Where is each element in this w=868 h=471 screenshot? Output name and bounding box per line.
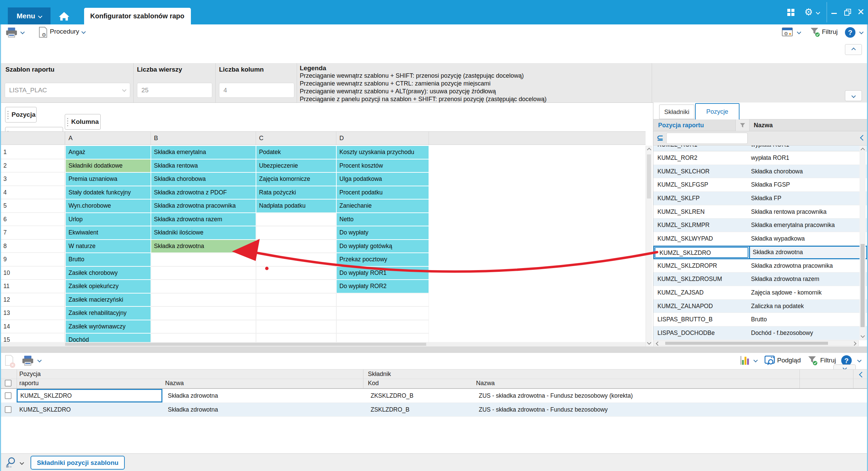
col-header-a[interactable]: A [65,132,151,145]
cell-raportu[interactable]: KUMZL_SKLZDRO [17,389,162,402]
close-button[interactable]: ✕ [857,7,865,17]
scroll-right-icon[interactable] [852,341,856,346]
col-header-b[interactable]: B [151,132,256,145]
grid-cell[interactable]: Ekwiwalent [65,226,151,240]
grid-row-header[interactable]: 10 [0,266,65,280]
grid-cell[interactable] [256,320,336,334]
splitter[interactable] [0,346,868,353]
positions-horizontal-scrollbar[interactable] [654,340,859,346]
grid-cell[interactable]: Składka chorobowa [151,172,256,186]
minimize-button[interactable] [831,13,837,14]
column-filter-button[interactable] [735,119,750,131]
grid-cell[interactable] [256,280,336,293]
grid-cell[interactable] [256,213,336,226]
filter-operator[interactable]: ⊆ [657,133,663,143]
cell-raportu[interactable]: KUMZL_SKLZDRO [17,403,162,416]
col-header-c[interactable]: C [256,132,336,145]
cell-comp-nazwa[interactable]: ZUS - składka zdrowotna - Fundusz bezoso… [476,403,849,416]
home-icon[interactable] [58,12,70,21]
apps-grid-icon[interactable] [787,9,794,16]
grid-row-header[interactable]: 3 [0,172,65,186]
grid-cell[interactable]: Zaniechanie [336,199,429,213]
menu-button[interactable]: Menu [8,7,51,24]
scrollbar-thumb[interactable] [861,244,865,327]
position-row[interactable]: KUMZL_SKLFGSP Składka FGSP [653,178,867,192]
help-button[interactable]: ? [845,27,855,38]
cell-nazwa[interactable]: Składka zdrowotna [165,389,355,402]
position-row[interactable]: KUMZL_SKLRMPR Składka emerytalna pracown… [653,219,867,232]
position-row[interactable]: KUMZL_ZALNAPOD Zaliczka na podatek [653,300,867,313]
cols-count-input[interactable] [219,83,294,98]
col-header-d[interactable]: D [336,132,429,145]
grid-row-header[interactable]: 8 [0,240,65,253]
grid-cell[interactable] [256,226,336,240]
help-dropdown-chevron[interactable] [859,30,864,34]
grid-cell[interactable] [336,293,429,307]
grid-cell[interactable]: Nadpłata podatku [256,199,336,213]
grid-cell[interactable]: Ubezpieczenie [256,159,336,173]
row-checkbox[interactable] [5,392,12,399]
grid-row-header[interactable]: 14 [0,320,65,334]
component-row[interactable]: KUMZL_SKLZDRO Składka zdrowotna ZSKLZDRO… [0,403,868,417]
grid-cell[interactable]: Koszty uzyskania przychodu [336,146,429,159]
collapse-panel-button[interactable] [833,364,856,369]
grid-cell[interactable]: Składka zdrowotna z PDOF [151,186,256,200]
print-dropdown-chevron[interactable] [20,30,25,34]
grid-cell[interactable] [151,293,256,307]
position-row[interactable]: KUMZL_SKLCHOR Składka chorobowa [653,165,867,178]
grid-cell[interactable] [151,306,256,320]
grid-cell[interactable]: Urlop [65,213,151,226]
scroll-down-icon[interactable] [861,334,865,338]
tab-skladniki[interactable]: Składniki [659,105,694,119]
grid-cell[interactable]: Angaż [65,146,151,159]
grid-row-header[interactable]: 1 [0,146,65,159]
scrollbar-thumb[interactable] [647,154,651,199]
position-row[interactable]: KUMZL_SKLZDROPR Składka zdrowotna pracow… [653,259,867,273]
position-row[interactable]: LISPAS_DOCHODBe Dochód - f.bezosobowy [653,326,867,340]
position-row[interactable]: KUMZL_ROR2 wypłata ROR1 [653,151,867,165]
grid-row-header[interactable]: 11 [0,280,65,293]
grid-row-header[interactable]: 4 [0,186,65,200]
grid-cell[interactable]: Do wypłaty [336,226,429,240]
tab-pozycje[interactable]: Pozycje [695,103,739,119]
positions-filter-input[interactable] [666,133,748,144]
header-raportu[interactable]: raportu [19,380,39,387]
grid-cell[interactable]: Netto [336,213,429,226]
grid-cell[interactable] [256,266,336,280]
grid-row-header[interactable]: 7 [0,226,65,240]
position-row[interactable]: LISPAS_BRUTTO_B Brutto [653,313,867,326]
column-field-button[interactable]: Kolumna [65,114,101,130]
grid-cell[interactable]: Premia uznaniowa [65,172,151,186]
grid-cell[interactable] [256,253,336,266]
header-comp-nazwa[interactable]: Nazwa [476,380,495,387]
filter-button[interactable]: Filtruj [820,357,836,364]
header-group-skladnik[interactable]: Składnik [368,371,391,378]
grid-cell[interactable]: Procent kosztów [336,159,429,173]
grid-cell[interactable]: Do wypłaty ROR1 [336,266,429,280]
view-settings-icon[interactable]: ⚙ [782,27,793,37]
position-row[interactable]: KUMZL_SKLZDROSUM Składka zdrowotna razem [653,272,867,286]
settings-gear-icon[interactable]: ⚙ [804,7,813,17]
grid-cell[interactable]: Składniki dodatkowe [65,159,151,173]
search-layout-icon[interactable] [5,457,16,468]
grid-cell[interactable] [256,306,336,320]
collapse-down-button[interactable] [845,90,862,101]
positions-vertical-scrollbar[interactable] [860,146,866,340]
grid-cell[interactable]: Brutto [65,253,151,266]
position-row[interactable]: KUMZL_ZAJSAD Zajęcia sądowe - komornik [653,286,867,300]
row-checkbox[interactable] [5,406,12,413]
chart-dropdown-chevron[interactable] [753,358,758,362]
grid-vertical-scrollbar[interactable] [646,146,652,346]
select-all-checkbox[interactable] [5,380,12,387]
grid-cell[interactable]: Składniki ilościowe [151,226,256,240]
scrollbar-thumb[interactable] [65,343,426,346]
filter-button[interactable]: Filtruj [822,28,837,36]
chevron-down-icon[interactable] [20,460,24,465]
scrollbar-thumb[interactable] [665,342,828,345]
grid-cell[interactable]: Procent podatku [336,186,429,200]
grid-cell[interactable]: Wyn.chorobowe [65,199,151,213]
grid-cell[interactable] [336,306,429,320]
grid-row-header[interactable]: 9 [0,253,65,266]
preview-button[interactable]: Podgląd [777,357,801,364]
positions-col-name[interactable]: Nazwa [754,119,773,131]
